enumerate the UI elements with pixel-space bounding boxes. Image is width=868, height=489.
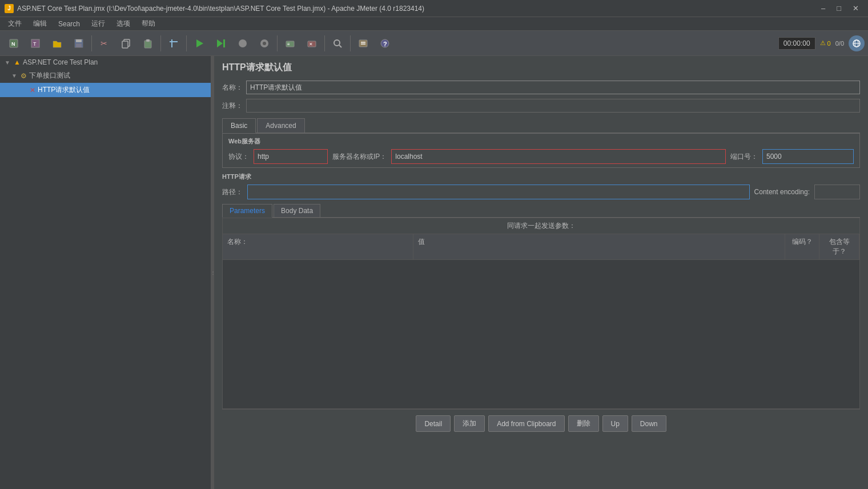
col-header-encode: 编码？ <box>785 234 819 259</box>
up-button[interactable]: Up <box>602 415 628 432</box>
params-rows-area <box>223 260 859 408</box>
svg-point-22 <box>334 40 340 46</box>
menu-options[interactable]: 选项 <box>111 18 136 30</box>
svg-text:N: N <box>11 41 15 47</box>
toolbar-copy-button[interactable] <box>116 33 136 54</box>
svg-rect-14 <box>223 39 225 47</box>
menu-help[interactable]: 帮助 <box>136 18 161 30</box>
delete-button[interactable]: 删除 <box>568 415 599 432</box>
name-input[interactable] <box>246 81 860 94</box>
host-input[interactable] <box>391 149 726 164</box>
toolbar-help-button[interactable]: ? <box>375 33 395 54</box>
port-input[interactable] <box>762 149 854 164</box>
toolbar-new-button[interactable]: N <box>3 33 24 54</box>
toolbar-paste-button[interactable] <box>138 33 158 54</box>
toolbar-save-button[interactable] <box>69 33 89 54</box>
encoding-label: Content encoding: <box>754 188 810 196</box>
host-label: 服务器名称或IP： <box>332 152 387 162</box>
tab-body-data[interactable]: Body Data <box>274 204 320 217</box>
warning-icon: ⚠ <box>820 39 826 47</box>
name-row: 名称： <box>222 81 860 94</box>
menu-file[interactable]: 文件 <box>2 18 27 30</box>
left-panel: ▼ ▲ ASP.NET Core Test Plan ▼ ⚙ 下单接口测试 ▶ … <box>0 56 211 489</box>
inner-tabs: Parameters Body Data <box>222 204 860 218</box>
error-badge: 0/0 <box>835 40 844 47</box>
toolbar-run-nopause-button[interactable] <box>211 33 231 54</box>
svg-marker-13 <box>217 39 223 47</box>
svg-text:✕: ✕ <box>309 42 313 47</box>
http-request-title: HTTP请求 <box>222 173 860 181</box>
time-display: 00:00:00 <box>778 37 815 50</box>
down-button[interactable]: Down <box>632 415 666 432</box>
toolbar-search-button[interactable] <box>327 33 348 54</box>
add-clipboard-button[interactable]: Add from Clipboard <box>488 415 564 432</box>
close-button[interactable]: ✕ <box>848 3 863 14</box>
toolbar-sep-6 <box>350 35 351 51</box>
minimize-button[interactable]: – <box>817 3 830 14</box>
params-header: 名称： 值 编码？ 包含等于？ <box>223 234 859 260</box>
svg-text:?: ? <box>383 41 387 47</box>
path-input[interactable] <box>247 185 750 199</box>
detail-button[interactable]: Detail <box>416 415 451 432</box>
toolbar-remote-run-button[interactable]: ≡ <box>280 33 300 54</box>
svg-text:T: T <box>33 41 37 47</box>
toolbar-sep-2 <box>160 35 161 51</box>
svg-rect-11 <box>146 39 150 42</box>
http-defaults-icon: ✕ <box>30 86 35 94</box>
maximize-button[interactable]: □ <box>832 3 846 14</box>
toolbar-cut-button[interactable]: ✂ <box>94 33 115 54</box>
window-controls: – □ ✕ <box>817 3 863 14</box>
tree-item-root[interactable]: ▼ ▲ ASP.NET Core Test Plan <box>0 56 211 69</box>
tab-basic[interactable]: Basic <box>222 118 256 133</box>
toolbar-clear-button[interactable] <box>353 33 373 54</box>
warning-count: 0 <box>827 40 831 47</box>
menu-search[interactable]: Search <box>53 19 86 29</box>
toolbar-shutdown-button[interactable] <box>254 33 275 54</box>
toolbar-run-button[interactable] <box>189 33 210 54</box>
svg-rect-9 <box>122 41 128 48</box>
menu-run[interactable]: 运行 <box>86 18 111 30</box>
warning-badge: ⚠ 0 <box>820 39 831 47</box>
toolbar-sep-3 <box>186 35 187 51</box>
svg-text:✂: ✂ <box>101 39 107 48</box>
thread-group-icon: ⚙ <box>21 72 27 80</box>
encoding-input[interactable] <box>814 185 860 199</box>
error-count: 0/0 <box>835 40 844 47</box>
app-icon: J <box>5 4 14 13</box>
action-bar: Detail 添加 Add from Clipboard 删除 Up Down <box>222 409 860 438</box>
protocol-label: 协议： <box>228 152 249 162</box>
main-layout: ▼ ▲ ASP.NET Core Test Plan ▼ ⚙ 下单接口测试 ▶ … <box>0 56 868 489</box>
toolbar-sep-4 <box>277 35 278 51</box>
svg-rect-5 <box>76 39 82 42</box>
tree-toggle-thread-group[interactable]: ▼ <box>11 73 18 79</box>
tab-advanced[interactable]: Advanced <box>257 118 304 133</box>
tab-parameters[interactable]: Parameters <box>222 204 272 218</box>
toolbar: N T ✂ <box>0 31 868 56</box>
server-row: 协议： 服务器名称或IP： 端口号： <box>228 149 854 164</box>
port-label: 端口号： <box>730 152 758 162</box>
toolbar-templates-button[interactable]: T <box>25 33 46 54</box>
globe-icon <box>849 35 865 51</box>
comment-input[interactable] <box>246 99 860 113</box>
window-title: ASP.NET Core Test Plan.jmx (I:\DevTool\a… <box>17 5 817 13</box>
protocol-input[interactable] <box>254 149 328 164</box>
tree-item-thread-group[interactable]: ▼ ⚙ 下单接口测试 <box>0 69 211 83</box>
tree-toggle-root[interactable]: ▼ <box>5 59 11 66</box>
right-panel: HTTP请求默认值 名称： 注释： Basic Advanced Web服务器 … <box>214 56 868 489</box>
tree-item-http-defaults[interactable]: ▶ ✕ HTTP请求默认值 <box>0 83 211 97</box>
toolbar-stop-button[interactable] <box>232 33 253 54</box>
tree-label-thread-group: 下单接口测试 <box>29 71 70 81</box>
svg-rect-6 <box>76 43 82 47</box>
toolbar-expand-button[interactable] <box>163 33 184 54</box>
toolbar-sep-5 <box>324 35 325 51</box>
menu-bar: 文件 编辑 Search 运行 选项 帮助 <box>0 17 868 31</box>
svg-line-23 <box>339 45 341 47</box>
toolbar-remote-stop-button[interactable]: ✕ <box>302 33 322 54</box>
panel-title: HTTP请求默认值 <box>222 62 860 74</box>
svg-point-15 <box>239 39 247 47</box>
col-header-include: 包含等于？ <box>819 234 859 259</box>
add-button[interactable]: 添加 <box>454 415 485 432</box>
toolbar-open-button[interactable] <box>47 33 67 54</box>
comment-row: 注释： <box>222 99 860 113</box>
menu-edit[interactable]: 编辑 <box>27 18 53 30</box>
